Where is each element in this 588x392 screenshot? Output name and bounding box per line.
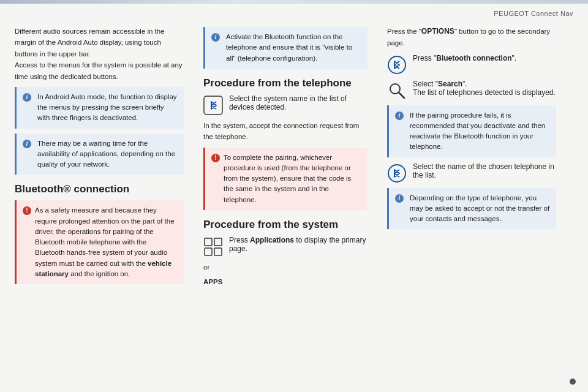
select-name-text: Select the name of the chosen telephone … (413, 162, 556, 179)
press-bt-connection-text: Press "Bluetooth connection". (413, 54, 516, 62)
svg-rect-4 (214, 248, 222, 255)
warning-text-pairing: To complete the pairing, whichever proce… (224, 153, 361, 205)
page-indicator (570, 379, 576, 385)
accept-request-text: In the system, accept the connection req… (203, 120, 368, 143)
apps-label: APPS (203, 276, 368, 287)
info-text-android-mode: In Android Auto mode, the function to di… (37, 92, 178, 124)
left-column: Different audio sources remain accessibl… (10, 20, 194, 294)
bluetooth-icon-3 (387, 164, 407, 183)
warning-box-pairing: ! To complete the pairing, whichever pro… (203, 148, 368, 210)
warning-box-safety: ! As a safety measure and because they r… (15, 200, 184, 284)
warning-icon-1: ! (23, 206, 31, 215)
info-box-waiting: i There may be a waiting time for the av… (15, 134, 184, 175)
select-name-row: Select the name of the chosen telephone … (387, 162, 556, 183)
svg-rect-2 (214, 238, 222, 246)
press-bt-connection-row: Press "Bluetooth connection". (387, 54, 556, 75)
search-icon (387, 81, 407, 100)
procedure-telephone-heading: Procedure from the telephone (203, 77, 368, 89)
list-detected-text: The list of telephones detected is displ… (413, 88, 556, 97)
select-system-row: Select the system name in the list of de… (203, 94, 368, 115)
page-header: PEUGEOT Connect Nav (0, 5, 588, 20)
info-box-pairing-fail: i If the pairing procedure fails, it is … (387, 105, 556, 157)
select-search-label: Select "Search". (413, 80, 467, 88)
info-text-contacts: Depending on the type of telephone, you … (410, 193, 550, 225)
info-icon-1: i (23, 93, 31, 102)
press-applications-text: Press Applications to display the primar… (229, 236, 368, 253)
svg-line-7 (399, 92, 404, 98)
svg-rect-3 (205, 248, 212, 255)
select-search-row: Select "Search". The list of telephones … (387, 80, 556, 100)
right-column: Press the "OPTIONS" button to go to the … (377, 20, 561, 294)
info-box-activate-bt: i Activate the Bluetooth function on the… (203, 27, 368, 69)
press-options-text: Press the "OPTIONS" button to go to the … (387, 26, 556, 49)
bluetooth-section-heading: Bluetooth® connection (15, 183, 184, 195)
bluetooth-icon-1 (203, 96, 223, 115)
info-icon-4: i (395, 111, 404, 120)
info-icon-2: i (23, 140, 31, 148)
info-box-android-mode: i In Android Auto mode, the function to … (15, 87, 184, 129)
svg-point-8 (388, 165, 405, 182)
warning-text-safety: As a safety measure and because they req… (35, 205, 178, 279)
info-box-contacts: i Depending on the type of telephone, yo… (387, 188, 556, 230)
info-text-waiting: There may be a waiting time for the avai… (37, 138, 178, 170)
or-text: or (203, 262, 368, 273)
procedure-system-heading: Procedure from the system (203, 219, 368, 231)
svg-point-5 (388, 56, 405, 74)
bluetooth-icon-2 (387, 55, 407, 75)
apps-grid-icon (203, 237, 223, 257)
page-title: PEUGEOT Connect Nav (494, 10, 573, 17)
intro-text: Different audio sources remain accessibl… (15, 26, 184, 82)
press-applications-row: Press Applications to display the primar… (203, 236, 368, 257)
info-text-pairing-fail: If the pairing procedure fails, it is re… (410, 110, 550, 153)
svg-rect-0 (204, 96, 222, 115)
info-icon-3: i (211, 33, 220, 42)
select-system-text: Select the system name in the list of de… (229, 94, 368, 111)
select-search-text-block: Select "Search". The list of telephones … (413, 80, 556, 97)
svg-rect-1 (205, 238, 212, 246)
info-icon-5: i (395, 194, 404, 203)
info-text-activate: Activate the Bluetooth function on the t… (226, 32, 361, 64)
middle-column: i Activate the Bluetooth function on the… (194, 20, 377, 294)
warning-icon-2: ! (211, 154, 220, 162)
